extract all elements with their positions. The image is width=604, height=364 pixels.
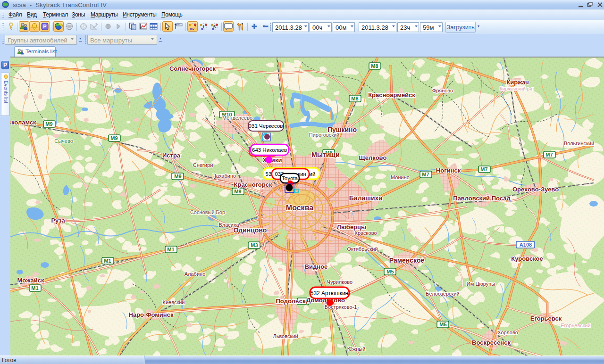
svg-text:Киржачский р-н: Киржачский р-н [500, 86, 534, 91]
svg-text:М5: М5 [386, 269, 394, 274]
svg-text:Павловский Посад: Павловский Посад [453, 195, 511, 202]
svg-text:Москва: Москва [286, 204, 313, 212]
svg-text:Снегири: Снегири [193, 162, 213, 168]
svg-text:Солнечногорск: Солнечногорск [169, 65, 216, 72]
svg-text:Фряново: Фряново [432, 88, 453, 93]
svg-text:Южный: Южный [347, 346, 366, 352]
svg-text:031 Черкесов: 031 Черкесов [249, 123, 283, 129]
svg-text:М9: М9 [45, 121, 52, 127]
svg-text:М1: М1 [104, 258, 111, 264]
svg-text:Киржач: Киржач [506, 79, 529, 86]
svg-text:Им Цюрупы: Им Цюрупы [467, 281, 495, 287]
svg-text:643 Николаев: 643 Николаев [252, 147, 287, 153]
svg-text:Истра: Истра [162, 152, 181, 159]
svg-text:Красногорск: Красногорск [234, 181, 272, 188]
svg-text:М7: М7 [422, 172, 429, 177]
svg-text:1: 1 [202, 25, 204, 29]
svg-text:Киевский: Киевский [163, 299, 185, 305]
svg-text:P: P [43, 24, 46, 29]
svg-text:М3: М3 [251, 242, 258, 248]
svg-text:Нахабино: Нахабино [212, 173, 236, 179]
svg-text:А108: А108 [520, 242, 532, 248]
svg-text:Сычево: Сычево [54, 138, 73, 144]
svg-text:53: 53 [266, 171, 272, 177]
svg-text:Алабино: Алабино [185, 271, 206, 277]
svg-text:Руза: Руза [51, 217, 65, 224]
svg-text:Подольск: Подольск [276, 298, 306, 305]
svg-text:Раменское: Раменское [389, 256, 425, 264]
svg-text:Воскресенск: Воскресенск [472, 339, 511, 346]
svg-text:Балашиха: Балашиха [349, 194, 383, 202]
svg-text:М1: М1 [167, 247, 174, 252]
svg-text:М1: М1 [31, 285, 38, 291]
svg-text:Вольгинский: Вольгинский [564, 141, 594, 146]
svg-text:Егорьевский: Егорьевский [561, 323, 591, 328]
svg-text:Хорлово: Хорлово [497, 330, 518, 335]
svg-text:Пироговский: Пироговский [309, 132, 340, 138]
svg-text:Белоозерский: Белоозерский [426, 291, 459, 297]
svg-text:Одинцово: Одинцово [234, 226, 267, 234]
svg-text:Щелково: Щелково [359, 154, 387, 161]
svg-text:Можайск: Можайск [17, 277, 44, 284]
svg-text:Наро-Фоминск: Наро-Фоминск [129, 311, 174, 318]
svg-text:М7: М7 [545, 152, 553, 157]
svg-text:Октябрьский: Октябрьский [347, 246, 378, 252]
svg-text:Сосновый Бор: Сосновый Бор [190, 209, 225, 215]
svg-text:М9: М9 [174, 174, 181, 179]
svg-text:М9: М9 [110, 135, 117, 141]
svg-text:М8: М8 [371, 63, 378, 69]
svg-text:Видное: Видное [305, 263, 328, 270]
svg-text:Мытищи: Мытищи [311, 151, 340, 158]
svg-text:Ногинск: Ногинск [436, 167, 461, 174]
svg-text:5: 5 [213, 25, 215, 29]
svg-text:М8: М8 [351, 96, 358, 101]
svg-text:Егорьевск: Егорьевск [530, 315, 562, 322]
svg-text:М7: М7 [480, 166, 487, 172]
svg-text:Менделеево: Менделеево [222, 115, 252, 121]
svg-text:ий: ий [310, 171, 316, 177]
svg-text:М5: М5 [439, 322, 446, 327]
svg-text:Чурилково: Чурилково [327, 279, 352, 285]
svg-text:Львовский: Львовский [273, 333, 298, 339]
svg-text:Люберцы: Люберцы [337, 223, 366, 231]
svg-text:Монино: Монино [391, 174, 410, 180]
svg-text:532 Артюшкин: 532 Артюшкин [310, 290, 348, 297]
svg-text:М9: М9 [234, 189, 241, 194]
svg-text:Toyota: Toyota [282, 175, 298, 181]
svg-text:коламск: коламск [11, 119, 36, 126]
svg-text:Куровское: Куровское [511, 255, 543, 262]
svg-text:Красноармейск: Красноармейск [368, 91, 415, 99]
svg-text:Орехово-Зуево: Орехово-Зуево [512, 186, 559, 193]
svg-text:Красково: Красково [354, 230, 377, 236]
